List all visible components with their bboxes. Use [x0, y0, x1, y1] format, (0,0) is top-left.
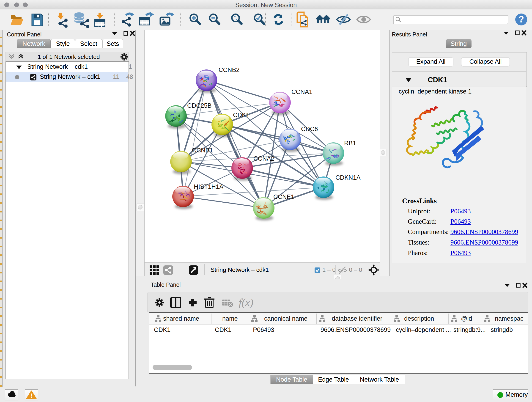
svg-text:f(x): f(x) [239, 297, 253, 308]
svg-text:CDC6: CDC6 [301, 126, 318, 133]
svg-text:CCNB2: CCNB2 [219, 66, 240, 73]
svg-text:CCNB1: CCNB1 [192, 147, 213, 154]
svg-text:HIST1H1A: HIST1H1A [194, 183, 223, 190]
svg-text:CDKN1A: CDKN1A [336, 174, 361, 181]
svg-text:CDC25B: CDC25B [187, 102, 212, 109]
svg-text:CCNA2: CCNA2 [253, 155, 274, 162]
svg-text:CCNA1: CCNA1 [291, 89, 312, 95]
svg-text:CCNE1: CCNE1 [273, 193, 294, 200]
svg-text:CDK1: CDK1 [233, 112, 249, 119]
svg-text:RB1: RB1 [344, 140, 356, 147]
svg-text:?: ? [519, 14, 524, 24]
